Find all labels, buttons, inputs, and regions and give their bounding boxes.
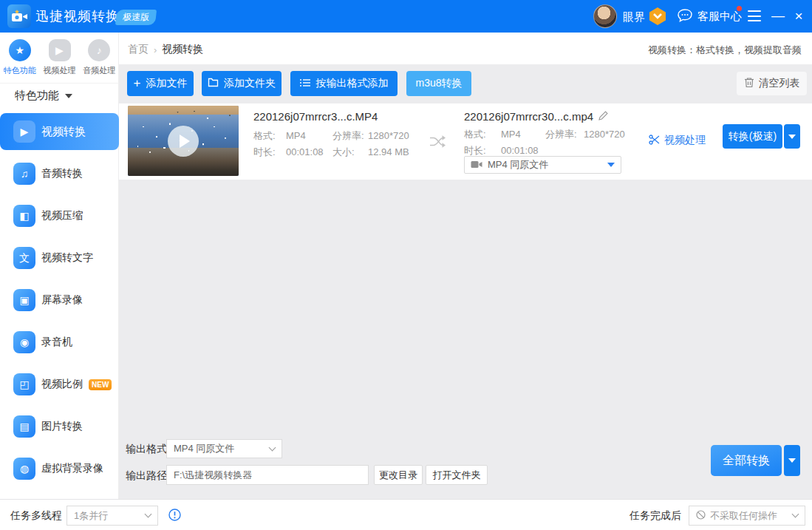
audio-convert-icon: ♫ — [13, 163, 35, 185]
convert-button[interactable]: 转换(极速) — [723, 124, 782, 149]
sidebar-item-voice-recorder[interactable]: ◉ 录音机 — [0, 324, 119, 361]
sidebar-item-video-compress[interactable]: ◧ 视频压缩 — [0, 197, 119, 234]
music-note-icon: ♪ — [88, 39, 110, 61]
sidebar-item-video-ratio[interactable]: ◰ 视频比例 NEW — [0, 366, 119, 403]
global-format-dropdown[interactable]: MP4 同原文件 — [166, 439, 282, 458]
sidebar-section-header[interactable]: 特色功能 — [15, 89, 72, 103]
voice-recorder-icon: ◉ — [13, 331, 35, 353]
scissors-icon — [649, 135, 660, 147]
info-icon[interactable] — [168, 509, 181, 524]
tab-audio-processing[interactable]: ♪ 音频处理 — [79, 39, 119, 76]
m3u8-convert-button[interactable]: m3u8转换 — [406, 71, 471, 96]
username[interactable]: 眼界 — [623, 10, 645, 24]
source-filename: 220126j07mrrcr3...c.MP4 — [253, 110, 378, 123]
sidebar-item-image-convert[interactable]: ▤ 图片转换 — [0, 408, 119, 445]
sidebar-item-video-to-text[interactable]: 文 视频转文字 — [0, 239, 119, 276]
sidebar-item-screen-record[interactable]: ▣ 屏幕录像 — [0, 282, 119, 319]
sidebar-item-audio-convert[interactable]: ♫ 音频转换 — [0, 155, 119, 192]
film-icon: ▶ — [49, 39, 71, 61]
breadcrumb-separator: › — [154, 44, 157, 55]
output-format-label: 输出格式: — [126, 443, 170, 456]
shuffle-arrows-icon — [429, 133, 447, 153]
new-badge: NEW — [89, 379, 112, 390]
convert-all-options-arrow[interactable] — [784, 445, 800, 476]
virtual-background-icon: ◍ — [13, 458, 35, 480]
page-hint: 视频转换：格式转换，视频提取音频 — [648, 44, 802, 57]
tab-video-processing[interactable]: ▶ 视频处理 — [40, 39, 80, 76]
output-format-dropdown[interactable]: MP4 同原文件 — [464, 156, 621, 174]
output-resolution-value: 1280*720 — [584, 129, 625, 140]
output-path-label: 输出路径: — [126, 469, 170, 483]
app-logo-icon — [7, 4, 31, 28]
change-directory-button[interactable]: 更改目录 — [374, 465, 423, 485]
play-icon[interactable] — [168, 126, 199, 157]
breadcrumb-home[interactable]: 首页 — [128, 43, 149, 56]
minimize-button[interactable]: — — [770, 7, 786, 25]
convert-all-button[interactable]: 全部转换 — [711, 445, 782, 476]
source-duration-label: 时长: — [253, 146, 286, 159]
sidebar-tabs: ★ 特色功能 ▶ 视频处理 ♪ 音频处理 — [0, 39, 119, 84]
dropdown-arrow-icon — [788, 458, 796, 463]
after-task-value: 不采取任何操作 — [710, 509, 788, 523]
user-avatar[interactable] — [593, 4, 617, 28]
close-button[interactable]: × — [791, 7, 807, 25]
output-resolution-label: 分辨率: — [545, 128, 584, 141]
dropdown-arrow-icon — [607, 163, 615, 167]
chevron-down-icon — [145, 511, 152, 518]
threads-dropdown[interactable]: 1条并行 — [66, 506, 158, 526]
support-center-label: 客服中心 — [697, 10, 742, 24]
tab-featured-functions[interactable]: ★ 特色功能 — [0, 39, 40, 76]
video-to-text-icon: 文 — [13, 247, 35, 269]
output-duration-value: 00:01:08 — [501, 145, 539, 156]
convert-options-arrow[interactable] — [784, 124, 800, 149]
output-format-label: 格式: — [464, 128, 501, 141]
add-by-format-button[interactable]: 按输出格式添加 — [290, 71, 398, 96]
output-path-input[interactable] — [166, 465, 369, 485]
chevron-down-icon — [792, 511, 799, 518]
threads-value: 1条并行 — [74, 509, 141, 523]
sidebar: ★ 特色功能 ▶ 视频处理 ♪ 音频处理 特色功能 ▶ 视频转换 ♫ 音频转换 … — [0, 33, 119, 499]
output-filename: 220126j07mrrcr30...c.mp4 — [464, 110, 593, 123]
plus-icon: + — [134, 77, 141, 89]
global-format-value: MP4 同原文件 — [174, 442, 270, 455]
after-task-label: 任务完成后 — [630, 509, 681, 523]
source-format-value: MP4 — [286, 130, 332, 141]
hamburger-menu-button[interactable] — [748, 10, 761, 21]
after-task-dropdown[interactable]: 不采取任何操作 — [689, 506, 805, 526]
vip-badge-icon[interactable] — [648, 7, 667, 29]
sidebar-item-virtual-background[interactable]: ◍ 虚拟背景录像 — [0, 450, 119, 487]
video-compress-icon: ◧ — [13, 205, 35, 227]
add-folder-button[interactable]: 添加文件夹 — [202, 71, 282, 96]
video-thumbnail[interactable] — [128, 106, 239, 176]
video-convert-icon: ▶ — [13, 120, 35, 143]
source-size-value: 12.94 MB — [368, 146, 409, 157]
list-icon — [300, 78, 311, 89]
video-process-link[interactable]: 视频处理 — [649, 134, 706, 147]
chevron-down-icon — [269, 444, 276, 451]
source-size-label: 大小: — [332, 146, 368, 159]
sidebar-items: ▶ 视频转换 ♫ 音频转换 ◧ 视频压缩 文 视频转文字 ▣ 屏幕录像 ◉ 录音… — [0, 113, 119, 492]
dropdown-arrow-icon — [788, 135, 796, 139]
add-file-button[interactable]: + 添加文件 — [127, 71, 194, 96]
screen-record-icon: ▣ — [13, 289, 35, 311]
edit-pencil-icon[interactable] — [598, 110, 608, 123]
titlebar: 迅捷视频转换器 极速版 眼界 客服中心 — × — [0, 0, 812, 33]
main-content: + 添加文件 添加文件夹 按输出格式添加 m3u8转换 清空列表 — [119, 65, 812, 499]
clear-list-button[interactable]: 清空列表 — [737, 72, 807, 95]
source-resolution-value: 1280*720 — [368, 130, 409, 141]
threads-label: 任务多线程 — [10, 509, 62, 523]
folder-icon — [208, 78, 219, 89]
camera-icon — [471, 158, 482, 171]
star-icon: ★ — [9, 39, 31, 61]
trash-icon — [744, 77, 754, 90]
notification-dot — [737, 6, 742, 11]
support-center-button[interactable]: 客服中心 — [678, 9, 742, 24]
source-duration-value: 00:01:08 — [286, 146, 332, 157]
output-format-value: MP4 — [501, 129, 545, 140]
sidebar-item-video-convert[interactable]: ▶ 视频转换 — [0, 113, 119, 150]
prohibit-icon — [696, 509, 706, 523]
file-row: 220126j07mrrcr3...c.MP4 格式:MP4分辨率:1280*7… — [119, 103, 812, 180]
chevron-down-icon — [65, 94, 72, 98]
open-folder-button[interactable]: 打开文件夹 — [426, 465, 488, 485]
image-convert-icon: ▤ — [13, 415, 35, 438]
